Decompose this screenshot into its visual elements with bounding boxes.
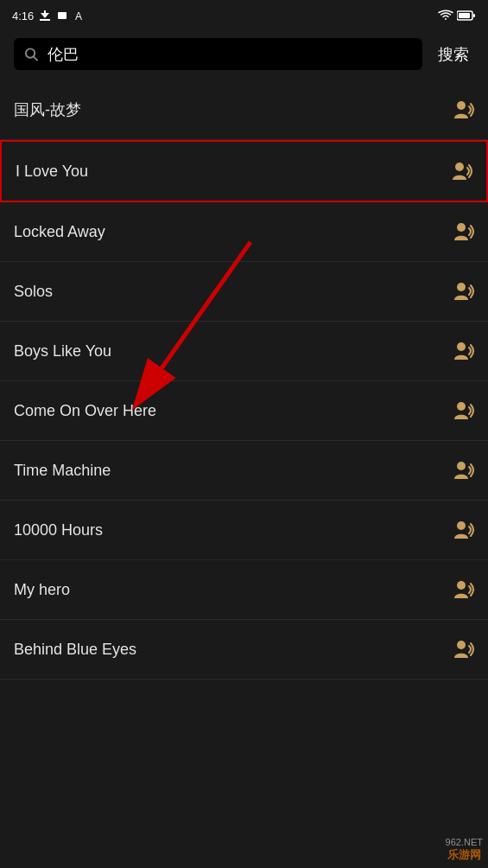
speaker-icon (450, 220, 474, 244)
song-title: 国风-故梦 (14, 99, 81, 120)
svg-rect-3 (58, 12, 67, 19)
search-button[interactable]: 搜索 (433, 39, 474, 70)
speaker-icon (450, 637, 474, 661)
song-item[interactable]: Solos (0, 262, 488, 322)
song-list: 国风-故梦 I Love You Locked Away Solos Boys … (0, 80, 488, 680)
search-input-wrapper[interactable] (14, 38, 422, 70)
watermark-bottom: 乐游网 (447, 847, 481, 863)
svg-point-11 (455, 163, 464, 171)
speaker-icon (450, 98, 474, 122)
download-icon (39, 10, 51, 22)
svg-rect-2 (40, 19, 50, 21)
watermark-top: 962.NET (446, 837, 483, 847)
speaker-icon (450, 518, 474, 542)
song-item[interactable]: Boys Like You (0, 322, 488, 381)
song-title: Locked Away (14, 223, 105, 241)
speaker-icon (448, 159, 472, 183)
song-item[interactable]: 10000 Hours (0, 501, 488, 560)
status-time: 4:16 (12, 10, 34, 22)
svg-point-18 (457, 581, 466, 590)
song-item[interactable]: Come On Over Here (0, 381, 488, 441)
song-item[interactable]: 国风-故梦 (0, 80, 488, 140)
battery-icon (457, 10, 476, 21)
status-left: 4:16 A (12, 10, 86, 22)
speaker-icon (450, 399, 474, 423)
a-icon: A (73, 10, 86, 22)
speaker-icon (450, 578, 474, 602)
speaker-icon (450, 458, 474, 482)
svg-rect-1 (44, 10, 46, 14)
song-item[interactable]: Time Machine (0, 441, 488, 501)
song-title: My hero (14, 581, 70, 599)
song-title: Boys Like You (14, 342, 111, 361)
status-bar: 4:16 A (0, 0, 488, 31)
svg-point-14 (457, 342, 466, 351)
wifi-icon (438, 10, 453, 22)
svg-rect-7 (473, 14, 475, 17)
svg-point-12 (457, 223, 466, 232)
watermark: 962.NET 乐游网 (446, 837, 483, 863)
status-right (438, 10, 476, 22)
speaker-icon (450, 339, 474, 363)
search-bar: 搜索 (0, 31, 488, 77)
svg-point-17 (457, 521, 466, 530)
search-icon (24, 47, 39, 62)
svg-point-16 (457, 462, 466, 470)
svg-point-13 (457, 283, 466, 291)
song-item[interactable]: My hero (0, 560, 488, 620)
svg-line-9 (34, 56, 37, 60)
song-title: Time Machine (14, 462, 111, 480)
speaker-icon (450, 279, 474, 303)
song-item[interactable]: I Love You (0, 140, 488, 202)
search-input[interactable] (48, 45, 412, 63)
song-title: Come On Over Here (14, 402, 156, 420)
song-title: 10000 Hours (14, 521, 103, 539)
svg-rect-6 (459, 13, 470, 18)
song-item[interactable]: Locked Away (0, 202, 488, 262)
svg-point-15 (457, 402, 466, 411)
svg-text:A: A (75, 10, 82, 22)
notification-icon (56, 10, 68, 22)
song-item[interactable]: Behind Blue Eyes (0, 620, 488, 680)
song-title: Behind Blue Eyes (14, 641, 136, 659)
svg-point-19 (457, 641, 466, 649)
song-title: I Love You (16, 163, 88, 181)
svg-point-10 (457, 101, 466, 110)
song-title: Solos (14, 283, 53, 301)
